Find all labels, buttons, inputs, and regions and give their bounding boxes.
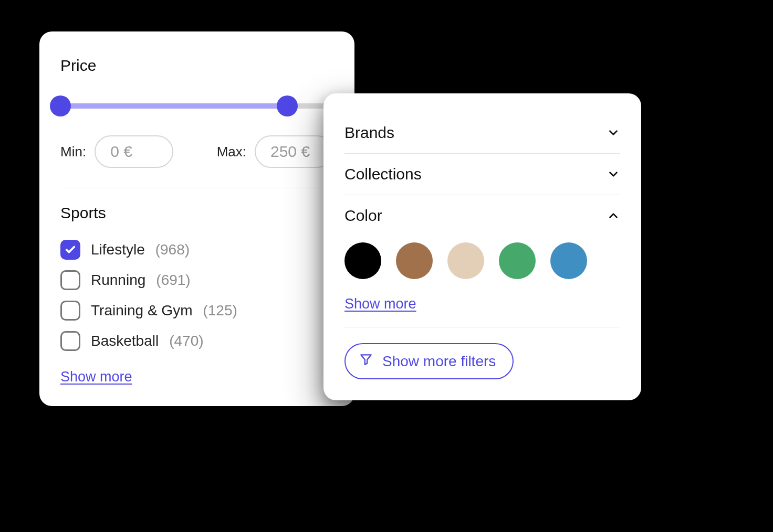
checkbox-basketball[interactable]	[60, 331, 80, 351]
checkbox-lifestyle[interactable]	[60, 240, 80, 260]
list-item[interactable]: Running (691)	[60, 265, 333, 295]
color-swatch[interactable]	[344, 242, 381, 279]
price-max-label: Max:	[217, 144, 246, 160]
checkbox-label: Lifestyle	[91, 241, 145, 258]
price-title: Price	[60, 57, 333, 75]
checkbox-label: Training & Gym	[91, 302, 192, 319]
checkbox-training-gym[interactable]	[60, 301, 80, 321]
sports-list: Lifestyle (968) Running (691) Training &…	[60, 235, 333, 356]
list-item[interactable]: Lifestyle (968)	[60, 235, 333, 265]
color-title: Color	[344, 207, 382, 225]
color-swatch-row	[344, 236, 620, 283]
checkbox-count: (470)	[169, 333, 203, 349]
filter-icon	[359, 353, 373, 370]
filter-card-price-sports: Price Min: 0 € Max: 250 € Sports Lifesty…	[39, 31, 354, 406]
checkbox-count: (691)	[156, 272, 190, 289]
chevron-down-icon	[607, 167, 620, 181]
color-swatch[interactable]	[550, 242, 587, 279]
slider-fill	[60, 103, 287, 109]
sports-title: Sports	[60, 204, 333, 222]
checkbox-count: (125)	[203, 302, 237, 319]
checkbox-count: (968)	[155, 241, 190, 258]
color-show-more-link[interactable]: Show more	[344, 296, 416, 312]
svg-marker-0	[361, 355, 371, 364]
brands-accordion[interactable]: Brands	[344, 112, 620, 153]
divider	[344, 327, 620, 327]
collections-title: Collections	[344, 165, 422, 183]
sports-show-more-link[interactable]: Show more	[60, 369, 132, 385]
price-max-pair: Max: 250 €	[217, 135, 333, 168]
brands-title: Brands	[344, 124, 394, 142]
price-min-input[interactable]: 0 €	[95, 135, 173, 168]
slider-thumb-max[interactable]	[277, 95, 298, 116]
price-min-label: Min:	[60, 144, 86, 160]
checkbox-running[interactable]	[60, 270, 80, 290]
color-swatch[interactable]	[396, 242, 433, 279]
checkbox-label: Basketball	[91, 333, 159, 349]
show-more-filters-label: Show more filters	[382, 353, 496, 370]
checkbox-label: Running	[91, 272, 145, 289]
slider-thumb-min[interactable]	[50, 95, 71, 116]
color-swatch[interactable]	[447, 242, 484, 279]
price-min-max-row: Min: 0 € Max: 250 €	[60, 135, 333, 168]
list-item[interactable]: Training & Gym (125)	[60, 295, 333, 326]
filter-card-brands-collections-color: Brands Collections Color Show more Show …	[323, 93, 641, 400]
price-max-input[interactable]: 250 €	[255, 135, 333, 168]
chevron-up-icon	[607, 209, 620, 222]
divider	[60, 187, 333, 187]
chevron-down-icon	[607, 126, 620, 140]
list-item[interactable]: Basketball (470)	[60, 326, 333, 356]
color-accordion[interactable]: Color	[344, 195, 620, 236]
color-swatch[interactable]	[499, 242, 536, 279]
price-min-pair: Min: 0 €	[60, 135, 173, 168]
price-slider[interactable]	[60, 95, 333, 116]
show-more-filters-button[interactable]: Show more filters	[344, 343, 514, 379]
collections-accordion[interactable]: Collections	[344, 154, 620, 195]
